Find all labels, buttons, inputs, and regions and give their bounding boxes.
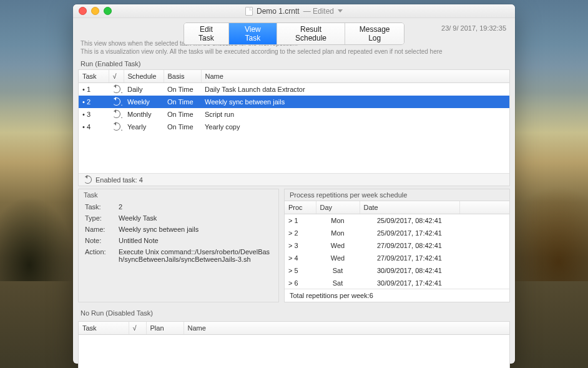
task-box-title: Task: [79, 189, 278, 201]
refresh-icon: [112, 122, 120, 131]
window-title: Demo 1.crntt — Edited: [73, 7, 515, 16]
norun-table-body[interactable]: [79, 335, 509, 368]
cell-proc: > 5: [285, 264, 316, 277]
cell-name: Weekly sync between jails: [201, 96, 509, 108]
window-edited-suffix: — Edited: [303, 7, 334, 16]
run-task-table[interactable]: Task √ Schedule Basis Name: [79, 70, 509, 83]
col-date[interactable]: Date: [360, 201, 459, 214]
cell-proc: > 6: [285, 277, 316, 289]
toolbar: 23/ 9/ 2017, 19:32:35 Edit Task View Tas…: [73, 18, 515, 39]
cell-basis: On Time: [164, 83, 201, 96]
col-schedule[interactable]: Schedule: [124, 70, 164, 83]
cell-day: Wed: [316, 252, 360, 264]
col-name[interactable]: Name: [184, 322, 509, 335]
cell-proc: > 1: [285, 214, 316, 227]
cell-basis: On Time: [164, 121, 201, 133]
refresh-icon: [112, 110, 120, 118]
tab-view-task[interactable]: View Task: [229, 23, 277, 44]
cell-status: [109, 108, 124, 121]
table-row[interactable]: > 1Mon25/09/2017, 08:42:41: [285, 214, 509, 227]
tab-result-schedule[interactable]: Result Schedule: [277, 23, 346, 44]
cell-schedule: Weekly: [124, 96, 164, 108]
cell-name: Yearly copy: [201, 121, 509, 133]
table-row[interactable]: > 3Wed27/09/2017, 08:42:41: [285, 239, 509, 252]
table-row[interactable]: • 2WeeklyOn TimeWeekly sync between jail…: [79, 96, 509, 108]
col-proc[interactable]: Proc: [285, 201, 316, 214]
cell-name: Script run: [201, 108, 509, 121]
refresh-icon: [84, 176, 92, 184]
col-task[interactable]: Task: [79, 70, 109, 83]
run-table-header[interactable]: Task √ Schedule Basis Name: [79, 70, 509, 83]
cell-proc: > 3: [285, 239, 316, 252]
col-day[interactable]: Day: [316, 201, 360, 214]
window-title-text: Demo 1.crntt: [257, 7, 300, 16]
table-row[interactable]: > 4Wed27/09/2017, 17:42:41: [285, 252, 509, 264]
col-task[interactable]: Task: [79, 322, 129, 335]
col-check[interactable]: √: [109, 70, 124, 83]
cell-date: 27/09/2017, 17:42:41: [360, 252, 459, 264]
value-type: Weekly Task: [119, 214, 272, 222]
proc-box-title: Process repetitions per week schedule: [285, 189, 509, 201]
cell-date: 25/09/2017, 17:42:41: [360, 227, 459, 239]
norun-task-panel: Task √ Plan Name No run task: 0 (Disable…: [78, 321, 510, 368]
norun-table-header[interactable]: Task √ Plan Name: [79, 322, 509, 335]
norun-section-label: No Run (Disabled Task): [73, 307, 515, 319]
refresh-icon: [112, 85, 120, 93]
cell-day: Mon: [316, 214, 360, 227]
cell-day: Sat: [316, 264, 360, 277]
value-name: Weekly sync between jails: [119, 226, 272, 233]
cell-basis: On Time: [164, 96, 201, 108]
col-basis[interactable]: Basis: [164, 70, 201, 83]
desktop-wallpaper: Demo 1.crntt — Edited 23/ 9/ 2017, 19:32…: [0, 0, 588, 368]
label-type: Type:: [85, 214, 119, 222]
proc-footer: Total repetitions per week:6: [285, 289, 509, 302]
label-task: Task:: [85, 203, 119, 211]
enabled-task-count: Enabled task: 4: [96, 176, 143, 184]
table-row[interactable]: • 3MonthlyOn TimeScript run: [79, 108, 509, 121]
col-plan[interactable]: Plan: [146, 322, 184, 335]
tab-edit-task[interactable]: Edit Task: [184, 23, 229, 44]
cell-schedule: Daily: [124, 83, 164, 96]
refresh-icon: [112, 97, 120, 106]
cell-date: 25/09/2017, 08:42:41: [360, 214, 459, 227]
run-task-panel: Task √ Schedule Basis Name • 1DailyOn Ti…: [78, 69, 510, 186]
norun-task-table[interactable]: Task √ Plan Name: [79, 322, 509, 335]
table-row[interactable]: • 1DailyOn TimeDaily Task Launch data Ex…: [79, 83, 509, 96]
app-window: Demo 1.crntt — Edited 23/ 9/ 2017, 19:32…: [73, 4, 515, 364]
proc-table-header: Proc Day Date: [285, 201, 509, 214]
cell-schedule: Monthly: [124, 108, 164, 121]
datetime-label: 23/ 9/ 2017, 19:32:35: [441, 24, 506, 32]
run-table-body[interactable]: • 1DailyOn TimeDaily Task Launch data Ex…: [79, 83, 509, 173]
cell-proc: > 4: [285, 252, 316, 264]
value-note: Untitled Note: [119, 237, 272, 244]
cell-day: Sat: [316, 277, 360, 289]
cell-status: [109, 121, 124, 133]
cell-task: • 4: [79, 121, 109, 133]
table-row[interactable]: > 6Sat30/09/2017, 17:42:41: [285, 277, 509, 289]
cell-day: Mon: [316, 227, 360, 239]
run-section-label: Run (Enabled Task): [73, 58, 515, 69]
label-name: Name:: [85, 226, 119, 233]
cell-task: • 3: [79, 108, 109, 121]
run-table-footer: Enabled task: 4: [79, 173, 509, 186]
tab-message-log[interactable]: Message Log: [345, 23, 404, 44]
table-row[interactable]: > 5Sat30/09/2017, 08:42:41: [285, 264, 509, 277]
cell-day: Wed: [316, 239, 360, 252]
cell-proc: > 2: [285, 227, 316, 239]
col-check[interactable]: √: [129, 322, 146, 335]
col-name[interactable]: Name: [201, 70, 509, 83]
cell-task: • 2: [79, 96, 109, 108]
task-key-values: Task: 2 Type: Weekly Task Name: Weekly s…: [79, 201, 278, 263]
proc-table: Proc Day Date > 1Mon25/09/2017, 08:42:41…: [285, 201, 509, 289]
cell-status: [109, 83, 124, 96]
chevron-down-icon[interactable]: [338, 9, 343, 12]
detail-row: Task Task: 2 Type: Weekly Task Name: Wee…: [78, 189, 510, 302]
proc-table-body[interactable]: Proc Day Date > 1Mon25/09/2017, 08:42:41…: [285, 201, 509, 289]
document-icon: [245, 7, 253, 16]
cell-task: • 1: [79, 83, 109, 96]
table-row[interactable]: • 4YearlyOn TimeYearly copy: [79, 121, 509, 133]
view-segmented-control: Edit Task View Task Result Schedule Mess…: [184, 22, 404, 45]
value-task: 2: [119, 203, 272, 211]
table-row[interactable]: > 2Mon25/09/2017, 17:42:41: [285, 227, 509, 239]
titlebar[interactable]: Demo 1.crntt — Edited: [73, 4, 515, 18]
